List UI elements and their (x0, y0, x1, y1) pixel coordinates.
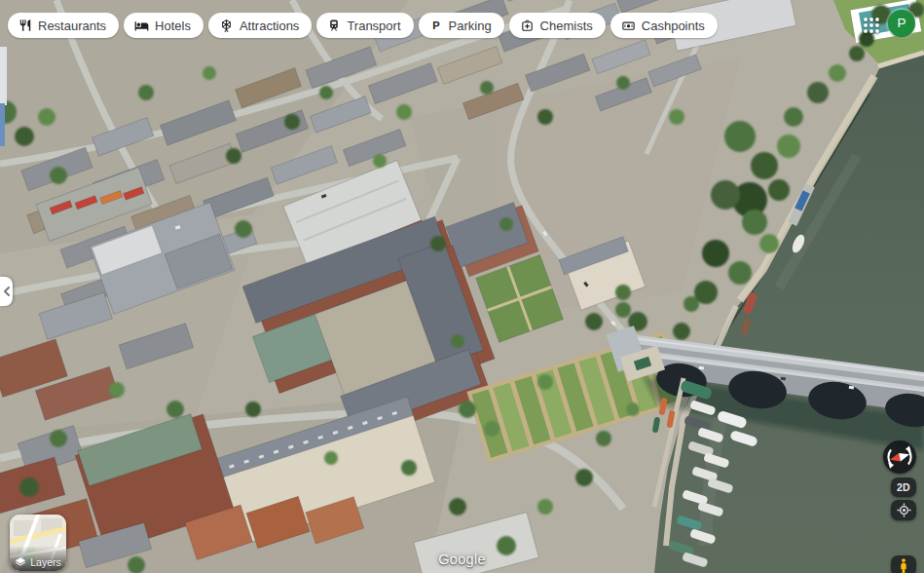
compass-3d-icon (885, 442, 914, 472)
chevron-left-icon (3, 286, 11, 296)
attractions-icon (219, 19, 234, 33)
chip-label: Cashpoints (642, 19, 705, 33)
svg-text:P: P (432, 19, 440, 31)
parking-icon: P (429, 19, 443, 32)
google-apps-grid-icon[interactable] (862, 16, 881, 35)
chip-parking[interactable]: P Parking (419, 13, 504, 38)
chemists-icon (520, 19, 535, 33)
side-panel-collapse-tab[interactable] (0, 277, 13, 306)
hotels-icon (134, 19, 149, 33)
pegman-street-view-button[interactable] (891, 555, 916, 573)
account-avatar[interactable]: P (888, 10, 915, 37)
toggle-2d-button[interactable]: 2D (891, 478, 916, 497)
chip-label: Transport (347, 19, 400, 33)
chip-hotels[interactable]: Hotels (124, 13, 203, 38)
transport-icon (327, 19, 341, 32)
chip-label: Chemists (540, 19, 593, 33)
chip-chemists[interactable]: Chemists (509, 13, 606, 38)
map-canvas[interactable] (0, 0, 924, 573)
compass-3d-control[interactable] (883, 440, 916, 474)
category-chip-bar: Restaurants Hotels Attractions (8, 13, 718, 38)
my-location-icon (897, 503, 911, 517)
layers-button[interactable]: Layers (10, 515, 66, 571)
my-location-button[interactable] (891, 500, 916, 520)
chip-label: Parking (449, 19, 492, 33)
chip-attractions[interactable]: Attractions (208, 13, 312, 38)
layers-label: Layers (30, 556, 61, 568)
chip-restaurants[interactable]: Restaurants (8, 13, 119, 38)
layers-icon (15, 556, 26, 568)
cashpoints-icon (621, 19, 636, 33)
chip-label: Attractions (240, 19, 299, 33)
google-watermark: Google (438, 552, 486, 567)
google-maps-3d-view: Restaurants Hotels Attractions (0, 0, 924, 573)
chip-cashpoints[interactable]: Cashpoints (610, 13, 718, 38)
chip-label: Hotels (155, 19, 191, 33)
restaurants-icon (18, 19, 32, 32)
pegman-street-view-icon (899, 558, 908, 573)
chip-transport[interactable]: Transport (316, 13, 413, 38)
chip-label: Restaurants (38, 19, 106, 33)
